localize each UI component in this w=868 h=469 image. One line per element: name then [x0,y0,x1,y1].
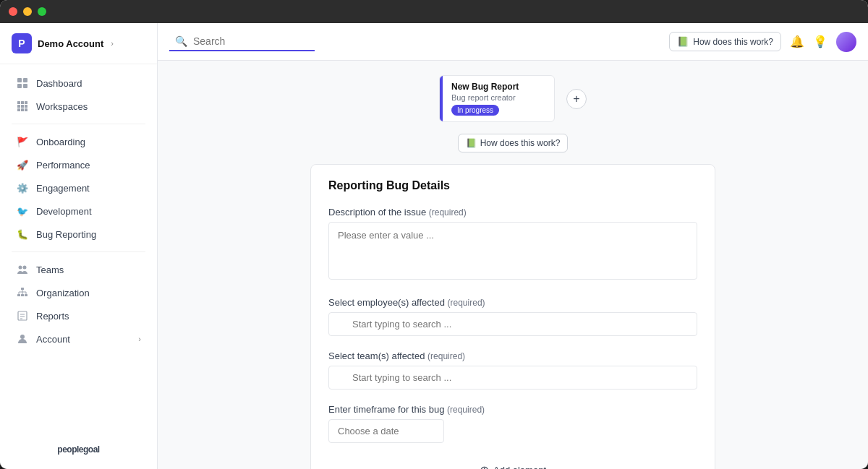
app-logo: P [12,33,32,53]
account-chevron-icon: › [111,39,114,48]
sidebar: P Demo Account › [0,23,158,469]
sidebar-item-teams[interactable]: Teams [4,258,153,281]
sidebar-section-admin: Teams [0,258,157,350]
sidebar-section-apps: 🚩 Onboarding 🚀 Performance ⚙️ Engagement… [0,130,157,246]
sidebar-nav: Dashboard [0,64,157,439]
sidebar-item-engagement[interactable]: ⚙️ Engagement [4,176,153,199]
dashboard-icon [16,77,29,90]
form-label-employees: Select employee(s) affected (required) [328,297,697,308]
svg-rect-5 [21,101,24,104]
form-label-teams: Select team(s) affected (required) [328,350,697,361]
sidebar-item-account-label: Account [36,334,70,345]
svg-rect-3 [23,84,27,88]
teams-search-wrapper: 🔍 [328,366,697,390]
svg-rect-6 [25,101,27,104]
avatar[interactable] [836,32,856,52]
bug-reporting-icon: 🐛 [16,228,29,241]
teams-search-input[interactable] [328,366,697,390]
employees-search-input[interactable] [328,312,697,336]
sidebar-item-workspaces-label: Workspaces [36,101,88,112]
workflow-add-button[interactable]: + [566,89,587,109]
svg-rect-4 [17,101,20,104]
sidebar-footer: peoplegoal [0,439,157,460]
topbar: 🔍 📗 How does this work? 🔔 💡 [158,23,868,61]
form-field-employees: Select employee(s) affected (required) 🔍 [328,297,697,336]
add-element-plus-icon: ⊕ [480,463,489,469]
sidebar-item-workspaces[interactable]: Workspaces [4,95,153,118]
search-icon: 🔍 [175,35,187,47]
sidebar-item-bug-reporting[interactable]: 🐛 Bug Reporting [4,223,153,246]
help-icon[interactable]: 💡 [813,35,827,48]
employees-search-wrapper: 🔍 [328,312,697,336]
account-nav-chevron-icon: › [138,335,141,343]
svg-rect-8 [21,105,24,108]
timeframe-date-input[interactable] [328,419,444,443]
sidebar-item-development[interactable]: 🐦 Development [4,199,153,223]
svg-rect-16 [17,294,20,296]
notifications-icon[interactable]: 🔔 [790,35,804,48]
sidebar-item-reports[interactable]: Reports [4,304,153,327]
sidebar-item-organization[interactable]: Organization [4,281,153,304]
svg-rect-0 [17,78,22,82]
svg-rect-11 [21,108,24,111]
how-does-this-work-button[interactable]: 📗 How does this work? [669,32,781,51]
workflow-header: New Bug Report Bug report creator In pro… [310,75,715,122]
workflow-card-title: New Bug Report [451,82,519,92]
form-section: Reporting Bug Details Description of the… [310,164,715,469]
sidebar-item-account[interactable]: Account › [4,327,153,350]
svg-rect-7 [17,105,20,108]
sidebar-item-organization-label: Organization [36,288,90,298]
main-content: 🔍 📗 How does this work? 🔔 💡 [158,23,868,469]
sidebar-item-onboarding[interactable]: 🚩 Onboarding [4,130,153,153]
sidebar-divider-2 [12,251,145,252]
app-layout: P Demo Account › [0,23,868,469]
sidebar-item-development-label: Development [36,206,92,217]
avatar-image [836,32,856,52]
form-section-title: Reporting Bug Details [328,179,697,192]
svg-point-13 [19,266,22,270]
teams-icon [16,263,29,276]
svg-rect-12 [25,108,27,111]
footer-logo: peoplegoal [57,444,99,455]
sidebar-item-engagement-label: Engagement [36,183,90,194]
sidebar-item-performance[interactable]: 🚀 Performance [4,153,153,176]
form-book-icon: 📗 [466,138,477,148]
workflow-badge: In progress [451,105,499,116]
form-field-timeframe: Enter timeframe for this bug (required) [328,404,697,443]
add-element-button[interactable]: ⊕ Add element [328,457,697,469]
engagement-icon: ⚙️ [16,181,29,194]
workspaces-icon [16,100,29,113]
maximize-btn[interactable] [38,7,46,16]
sidebar-header[interactable]: P Demo Account › [0,23,157,64]
sidebar-item-bug-reporting-label: Bug Reporting [36,229,96,240]
app-window: P Demo Account › [0,0,868,469]
content-area: New Bug Report Bug report creator In pro… [158,61,868,469]
sidebar-section-main: Dashboard [0,72,157,118]
sidebar-item-dashboard[interactable]: Dashboard [4,72,153,95]
organization-icon [16,286,29,299]
titlebar [0,0,868,23]
form-how-link-label: How does this work? [480,138,561,148]
performance-icon: 🚀 [16,158,29,171]
svg-point-28 [20,335,25,339]
svg-rect-9 [25,105,27,108]
search-box[interactable]: 🔍 [169,33,315,51]
search-input[interactable] [193,35,309,47]
workflow-card-subtitle: Bug report creator [451,93,519,102]
svg-rect-10 [17,108,20,111]
development-icon: 🐦 [16,205,29,218]
svg-point-14 [23,266,27,270]
form-how-link[interactable]: 📗 How does this work? [458,134,569,152]
description-textarea[interactable] [328,222,697,280]
close-btn[interactable] [9,7,17,16]
svg-rect-17 [21,294,24,296]
add-element-label: Add element [493,465,546,469]
svg-rect-15 [21,288,24,290]
sidebar-item-teams-label: Teams [36,264,64,275]
minimize-btn[interactable] [23,7,32,16]
account-name: Demo Account [38,38,103,49]
form-field-teams: Select team(s) affected (required) 🔍 [328,350,697,390]
book-icon: 📗 [677,36,689,47]
form-label-description: Description of the issue (required) [328,207,697,218]
sidebar-item-dashboard-label: Dashboard [36,78,82,89]
